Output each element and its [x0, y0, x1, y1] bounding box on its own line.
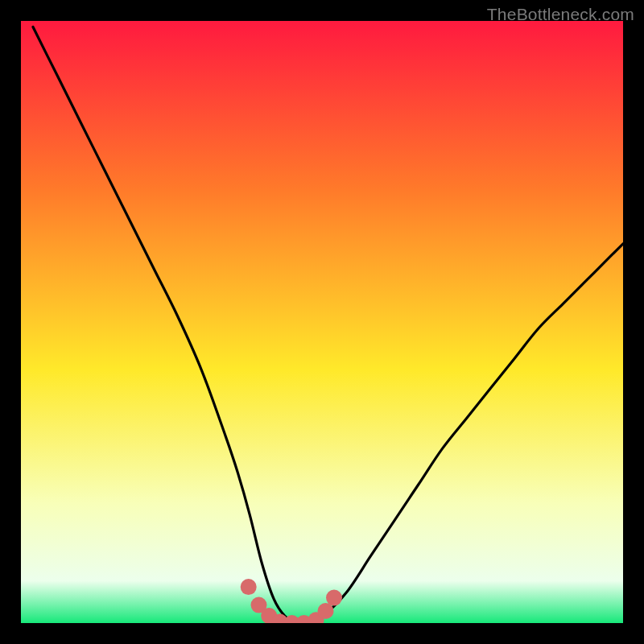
- highlight-point: [318, 603, 334, 619]
- highlight-point: [326, 590, 342, 606]
- watermark-text: TheBottleneck.com: [487, 5, 634, 24]
- highlight-point: [241, 579, 257, 595]
- chart-frame: [21, 21, 623, 623]
- bottleneck-chart: [21, 21, 623, 623]
- chart-background: [21, 21, 623, 623]
